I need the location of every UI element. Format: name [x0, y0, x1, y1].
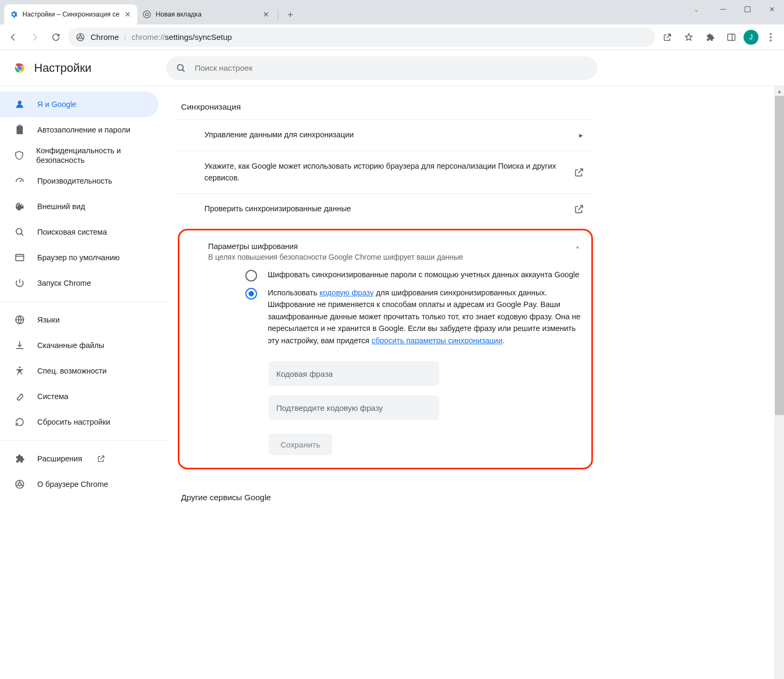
- chrome-icon: [76, 32, 85, 42]
- sidebar-item-label: Запуск Chrome: [37, 279, 91, 287]
- close-icon[interactable]: ✕: [262, 10, 270, 19]
- puzzle-icon: [14, 453, 26, 464]
- sidebar-item-extensions[interactable]: Расширения: [0, 446, 159, 471]
- page-header: Настройки: [0, 50, 784, 86]
- sidebar-item-label: Производительность: [37, 177, 112, 185]
- person-icon: [14, 99, 26, 110]
- sidebar-item-on-startup[interactable]: Запуск Chrome: [0, 270, 159, 296]
- tab-title: Настройки – Синхронизация се: [22, 11, 119, 18]
- power-icon: [14, 278, 26, 288]
- sidebar-item-default-browser[interactable]: Браузер по умолчанию: [0, 245, 159, 270]
- encryption-option-passphrase[interactable]: Использовать кодовую фразу для шифровани…: [184, 281, 587, 346]
- new-tab-button[interactable]: +: [283, 7, 298, 22]
- search-input[interactable]: [195, 63, 588, 72]
- sidebar-item-label: Поисковая система: [37, 228, 107, 236]
- sidebar-item-downloads[interactable]: Скачанные файлы: [0, 333, 159, 358]
- svg-rect-14: [16, 254, 24, 261]
- page-title: Настройки: [34, 61, 92, 75]
- sidebar-item-autofill[interactable]: Автозаполнение и пароли: [0, 117, 159, 143]
- share-icon[interactable]: [658, 28, 676, 46]
- chrome-icon: [143, 10, 151, 19]
- sidebar-item-label: Автозаполнение и пароли: [37, 126, 130, 134]
- search-icon: [14, 227, 26, 237]
- row-personalization[interactable]: Укажите, как Google может использовать и…: [178, 151, 593, 194]
- encryption-option-google-account[interactable]: Шифровать синхронизированные пароли с по…: [184, 263, 587, 281]
- radio-unchecked-icon[interactable]: [245, 270, 257, 281]
- svg-point-16: [19, 367, 20, 368]
- sidebar-item-appearance[interactable]: Внешний вид: [0, 194, 159, 219]
- vertical-scrollbar[interactable]: ▲: [774, 86, 784, 679]
- window-minimize-button[interactable]: [711, 0, 735, 18]
- passphrase-link[interactable]: кодовую фразу: [319, 288, 374, 297]
- open-external-icon: [97, 454, 105, 463]
- row-review-synced-data[interactable]: Проверить синхронизированные данные: [178, 193, 593, 225]
- passphrase-input[interactable]: [269, 361, 439, 386]
- svg-point-7: [770, 33, 771, 35]
- accessibility-icon: [14, 366, 26, 376]
- svg-point-8: [770, 36, 771, 38]
- kebab-menu-icon[interactable]: [762, 28, 780, 46]
- sidepanel-icon[interactable]: [722, 28, 740, 46]
- radio-checked-icon[interactable]: [245, 288, 257, 300]
- chrome-logo-icon: [13, 61, 27, 75]
- option-label: Шифровать синхронизированные пароли с по…: [268, 269, 579, 281]
- reload-button[interactable]: [47, 28, 65, 46]
- svg-rect-3: [745, 6, 750, 12]
- address-bar[interactable]: Chrome | chrome://settings/syncSetup: [68, 28, 655, 47]
- option-label: Использовать кодовую фразу для шифровани…: [268, 287, 581, 346]
- sidebar-item-label: Браузер по умолчанию: [37, 253, 120, 262]
- svg-point-0: [144, 11, 151, 18]
- encryption-options-card: Параметры шифрования В целях повышения б…: [178, 229, 593, 469]
- sidebar-item-about[interactable]: О браузере Chrome: [0, 471, 159, 497]
- sidebar-item-label: Я и Google: [37, 100, 76, 109]
- sidebar-item-privacy[interactable]: Конфиденциальность и безопасность: [0, 143, 159, 168]
- browser-tab-active[interactable]: Настройки – Синхронизация се ✕: [4, 4, 137, 24]
- star-icon[interactable]: [680, 28, 698, 46]
- encryption-header[interactable]: Параметры шифрования В целях повышения б…: [184, 233, 587, 263]
- content-area: Я и Google Автозаполнение и пароли Конфи…: [0, 86, 784, 679]
- browser-toolbar: Chrome | chrome://settings/syncSetup J: [0, 24, 784, 50]
- main-panel: Синхронизация Управление данными для син…: [168, 86, 784, 679]
- sidebar-item-label: О браузере Chrome: [37, 480, 108, 488]
- sidebar-item-label: Конфиденциальность и безопасность: [36, 146, 159, 165]
- reset-sync-link[interactable]: сбросить параметры синхронизации: [372, 336, 502, 345]
- sidebar-item-search-engine[interactable]: Поисковая система: [0, 219, 159, 245]
- tab-title: Новая вкладка: [155, 11, 258, 18]
- browser-icon: [14, 252, 26, 263]
- confirm-passphrase-input[interactable]: [269, 395, 439, 420]
- save-button[interactable]: Сохранить: [269, 434, 332, 455]
- forward-button[interactable]: [26, 28, 44, 46]
- chevron-down-icon[interactable]: ⌄: [684, 0, 708, 18]
- settings-search[interactable]: [166, 56, 597, 80]
- sidebar-item-label: Спец. возможности: [37, 367, 106, 375]
- sidebar-item-accessibility[interactable]: Спец. возможности: [0, 358, 159, 384]
- back-button[interactable]: [4, 28, 22, 46]
- sidebar-separator: [0, 440, 168, 441]
- chevron-up-icon: ˄: [575, 245, 580, 255]
- sidebar-item-you-and-google[interactable]: Я и Google: [0, 92, 159, 117]
- sidebar-item-system[interactable]: Система: [0, 384, 159, 409]
- chevron-right-icon: ▸: [574, 131, 589, 139]
- svg-rect-6: [728, 34, 735, 40]
- section-title-sync: Синхронизация: [181, 102, 593, 112]
- palette-icon: [14, 201, 26, 212]
- extensions-icon[interactable]: [701, 28, 719, 46]
- scrollbar-thumb[interactable]: [775, 96, 784, 415]
- close-icon[interactable]: ✕: [123, 10, 132, 19]
- scroll-up-icon[interactable]: ▲: [775, 86, 784, 96]
- sidebar-item-label: Сбросить настройки: [37, 418, 110, 426]
- sidebar-item-languages[interactable]: Языки: [0, 307, 159, 333]
- browser-tab[interactable]: Новая вкладка ✕: [137, 4, 276, 24]
- open-external-icon: [574, 204, 589, 214]
- sidebar-item-performance[interactable]: Производительность: [0, 168, 159, 194]
- tab-separator: [278, 10, 278, 20]
- window-maximize-button[interactable]: [735, 0, 760, 18]
- sidebar-item-label: Скачанные файлы: [37, 341, 104, 350]
- window-close-button[interactable]: ✕: [760, 0, 784, 18]
- row-manage-sync-data[interactable]: Управление данными для синхронизации ▸: [178, 119, 593, 151]
- gear-icon: [10, 10, 18, 19]
- svg-point-1: [146, 13, 148, 15]
- sidebar-item-reset[interactable]: Сбросить настройки: [0, 409, 159, 435]
- speedometer-icon: [14, 176, 26, 186]
- profile-avatar[interactable]: J: [744, 30, 758, 45]
